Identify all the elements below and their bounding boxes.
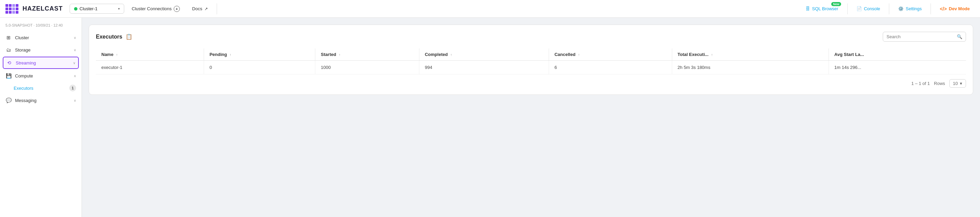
col-header-completed[interactable]: Completed ↑	[419, 48, 549, 61]
col-header-pending[interactable]: Pending ↑	[204, 48, 315, 61]
cell-total-executions: 2h 5m 3s 180ms	[672, 61, 829, 74]
cell-avg-start-latency: 1m 14s 296...	[829, 61, 966, 74]
table-row: executor-1 0 1000 994 6 2h 5m 3s 180ms 1…	[96, 61, 966, 74]
cell-completed: 994	[419, 61, 549, 74]
cluster-name: Cluster-1	[80, 6, 116, 11]
messaging-icon: 💬	[5, 97, 11, 103]
rows-per-page-value: 10	[953, 81, 958, 86]
search-area: 🔍	[883, 32, 966, 41]
logo-text: HAZELCAST	[22, 5, 63, 12]
console-label: Console	[864, 6, 880, 11]
cluster-chevron-icon: ▾	[118, 7, 120, 11]
sidebar-messaging-label: Messaging	[15, 98, 70, 103]
table-footer: 1 – 1 of 1 Rows 10 ▾	[96, 74, 966, 88]
sidebar-storage-label: Storage	[15, 48, 70, 53]
sidebar-sub-item-executors[interactable]: Executors 1	[0, 82, 81, 94]
cluster-connections-button[interactable]: Cluster Connections +	[127, 4, 185, 14]
console-tab[interactable]: 📄 Console	[852, 4, 885, 13]
panel-export-icon[interactable]: 📋	[126, 34, 132, 40]
executors-table-container: Name ↑ Pending ↑ Started ↑	[96, 48, 966, 74]
dev-mode-label: Dev Mode	[949, 6, 970, 11]
console-icon: 📄	[856, 6, 862, 11]
nav-divider-2	[847, 3, 848, 14]
col-header-cancelled[interactable]: Cancelled ↑	[549, 48, 672, 61]
name-sort-icon: ↑	[116, 53, 118, 57]
compute-icon: 💾	[5, 73, 11, 78]
executors-table: Name ↑ Pending ↑ Started ↑	[96, 48, 966, 74]
dev-mode-button[interactable]: </> Dev Mode	[935, 4, 975, 14]
cluster-chevron-icon: ∨	[74, 36, 76, 40]
sidebar-item-streaming[interactable]: ⟲ Streaming ∨	[3, 57, 79, 69]
sidebar-item-messaging[interactable]: 💬 Messaging ∨	[0, 94, 81, 107]
cell-name: executor-1	[96, 61, 204, 74]
sidebar-item-compute[interactable]: 💾 Compute ∧	[0, 70, 81, 82]
pagination-info: 1 – 1 of 1	[912, 81, 930, 86]
cluster-icon: ⊞	[5, 35, 11, 40]
total-sort-icon: ↑	[711, 53, 713, 57]
sql-browser-icon: 🗄	[806, 6, 810, 11]
storage-chevron-icon: ∨	[74, 48, 76, 52]
panel-header: Executors 📋 🔍	[96, 32, 966, 41]
started-sort-icon: ↑	[339, 53, 340, 57]
logo-grid-icon	[5, 4, 18, 14]
cluster-selector[interactable]: Cluster-1 ▾	[70, 4, 124, 14]
sidebar-compute-label: Compute	[15, 73, 70, 78]
sql-browser-tab[interactable]: 🗄 SQL Browser New	[801, 4, 843, 13]
docs-label: Docs	[192, 6, 202, 11]
settings-tab[interactable]: ⚙️ Settings	[893, 4, 926, 13]
top-navigation: HAZELCAST Cluster-1 ▾ Cluster Connection…	[0, 0, 980, 18]
cancelled-sort-icon: ↑	[578, 53, 580, 57]
streaming-chevron-icon: ∨	[73, 61, 75, 65]
sidebar-item-cluster[interactable]: ⊞ Cluster ∨	[0, 31, 81, 44]
col-header-avg-start-latency[interactable]: Avg Start La...	[829, 48, 966, 61]
dev-mode-icon: </>	[940, 6, 947, 11]
docs-button[interactable]: Docs ↗	[187, 4, 213, 13]
col-header-total-executions[interactable]: Total Executi... ↑	[672, 48, 829, 61]
logo: HAZELCAST	[5, 4, 63, 14]
external-link-icon: ↗	[204, 6, 208, 11]
main-content: Executors 📋 🔍 Name ↑	[82, 18, 980, 217]
search-input-wrap: 🔍	[883, 32, 966, 41]
cluster-connections-label: Cluster Connections	[132, 6, 172, 11]
executors-panel: Executors 📋 🔍 Name ↑	[89, 25, 973, 95]
cell-pending: 0	[204, 61, 315, 74]
sidebar: 5.0-SNAPSHOT · 10/09/21 · 12:40 ⊞ Cluste…	[0, 18, 82, 217]
rows-label: Rows	[934, 81, 945, 86]
sidebar-cluster-label: Cluster	[15, 35, 70, 40]
sidebar-item-storage[interactable]: 🗂 Storage ∨	[0, 44, 81, 56]
settings-icon: ⚙️	[898, 6, 904, 11]
col-header-name[interactable]: Name ↑	[96, 48, 204, 61]
table-header-row: Name ↑ Pending ↑ Started ↑	[96, 48, 966, 61]
new-badge: New	[831, 2, 841, 6]
storage-icon: 🗂	[5, 47, 11, 53]
pending-sort-icon: ↑	[230, 53, 231, 57]
panel-title: Executors	[96, 34, 122, 40]
col-header-started[interactable]: Started ↑	[315, 48, 419, 61]
rows-per-page-selector[interactable]: 10 ▾	[949, 79, 966, 88]
cell-started: 1000	[315, 61, 419, 74]
rows-per-page-chevron-icon: ▾	[960, 81, 962, 86]
nav-divider-4	[931, 3, 931, 14]
settings-label: Settings	[905, 6, 922, 11]
cell-cancelled: 6	[549, 61, 672, 74]
sidebar-executors-label: Executors	[14, 86, 33, 91]
search-icon: 🔍	[957, 34, 962, 39]
messaging-chevron-icon: ∨	[74, 99, 76, 102]
search-input[interactable]	[886, 34, 955, 39]
sql-browser-label: SQL Browser	[812, 6, 838, 11]
executors-badge: 1	[69, 85, 76, 91]
add-connection-icon: +	[174, 6, 180, 12]
sidebar-streaming-label: Streaming	[16, 61, 70, 65]
completed-sort-icon: ↑	[450, 53, 452, 57]
main-layout: 5.0-SNAPSHOT · 10/09/21 · 12:40 ⊞ Cluste…	[0, 18, 980, 217]
compute-chevron-icon: ∧	[74, 74, 76, 78]
version-label: 5.0-SNAPSHOT · 10/09/21 · 12:40	[0, 21, 81, 31]
cluster-status-dot	[74, 7, 78, 11]
streaming-icon: ⟲	[6, 60, 12, 65]
